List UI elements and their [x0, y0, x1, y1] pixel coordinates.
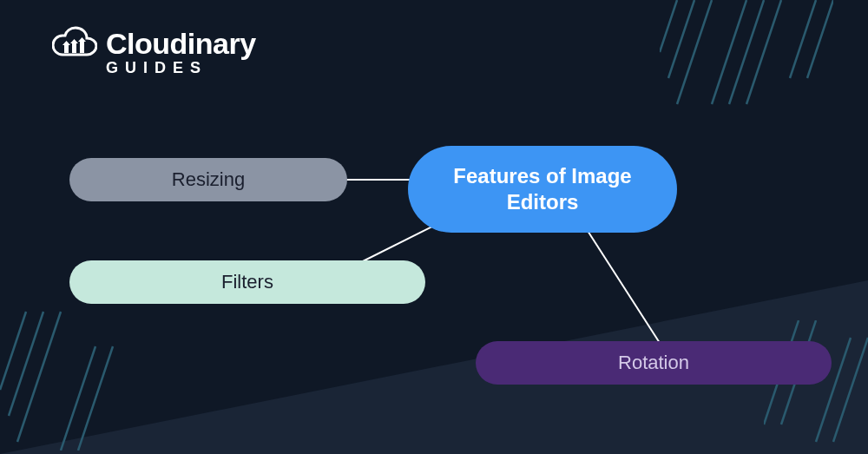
svg-line-0 — [660, 0, 677, 52]
node-label: Resizing — [172, 168, 245, 191]
svg-rect-17 — [64, 45, 69, 53]
hatch-decoration — [660, 0, 833, 134]
svg-line-5 — [746, 0, 781, 104]
brand-name: Cloudinary — [106, 27, 256, 61]
center-node-label: Features of Image Editors — [439, 163, 646, 215]
svg-marker-18 — [62, 41, 70, 45]
node-label: Filters — [221, 271, 273, 293]
node-filters: Filters — [69, 260, 425, 304]
center-node: Features of Image Editors — [408, 146, 677, 233]
brand-subtitle: GUIDES — [106, 59, 256, 77]
svg-line-7 — [807, 0, 833, 78]
svg-rect-21 — [80, 42, 84, 53]
svg-rect-19 — [72, 43, 76, 53]
node-label: Rotation — [618, 352, 689, 374]
svg-marker-20 — [70, 39, 78, 43]
svg-line-2 — [677, 0, 712, 104]
svg-marker-22 — [78, 37, 86, 42]
svg-line-6 — [790, 0, 816, 78]
svg-line-1 — [668, 0, 694, 78]
node-rotation: Rotation — [476, 341, 832, 385]
brand-logo: Cloudinary GUIDES — [52, 26, 256, 77]
diagram-canvas: Cloudinary GUIDES Features of Image Edit… — [0, 0, 868, 454]
cloudinary-icon — [52, 26, 97, 61]
svg-line-3 — [712, 0, 746, 104]
svg-line-4 — [729, 0, 764, 104]
node-resizing: Resizing — [69, 158, 347, 201]
